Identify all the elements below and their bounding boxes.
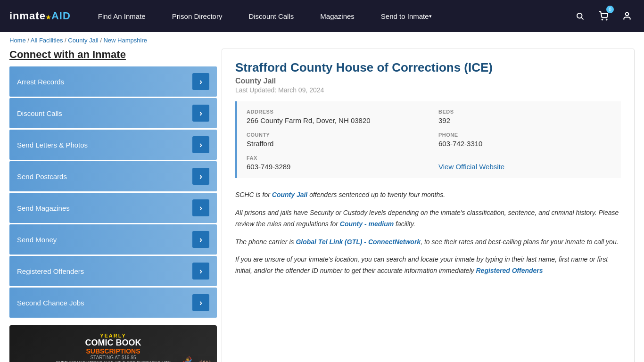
cart-icon[interactable]: 0 bbox=[596, 8, 611, 24]
facility-updated: Last Updated: March 09, 2024 bbox=[235, 86, 621, 94]
facility-info-grid: ADDRESS 266 County Farm Rd, Dover, NH 03… bbox=[235, 101, 621, 178]
logo[interactable]: inmate★AID bbox=[9, 10, 71, 22]
beds-field: BEDS 392 bbox=[438, 109, 611, 124]
facility-description: SCHC is for County Jail offenders senten… bbox=[235, 189, 621, 277]
svg-point-0 bbox=[577, 13, 582, 18]
view-official-website-link[interactable]: View Official Website bbox=[438, 163, 504, 171]
county-value: Strafford bbox=[247, 140, 420, 148]
breadcrumb-county-jail[interactable]: County Jail bbox=[68, 37, 98, 44]
desc-paragraph-2: All prisons and jails have Security or C… bbox=[235, 207, 621, 230]
arrow-icon: › bbox=[192, 136, 209, 153]
breadcrumb-all-facilities[interactable]: All Facilities bbox=[31, 37, 63, 44]
sidebar-item-send-letters[interactable]: Send Letters & Photos › bbox=[9, 130, 217, 160]
county-jail-link[interactable]: County Jail bbox=[272, 191, 307, 198]
logo-text: inmate★AID bbox=[9, 10, 71, 22]
arrow-icon: › bbox=[192, 231, 209, 248]
main-header: inmate★AID Find An Inmate Prison Directo… bbox=[0, 0, 644, 32]
arrow-icon: › bbox=[192, 199, 209, 216]
sidebar-item-arrest-records[interactable]: Arrest Records › bbox=[9, 66, 217, 97]
nav-send-to-inmate[interactable]: Send to Inmate bbox=[368, 0, 445, 32]
svg-point-2 bbox=[602, 19, 603, 20]
sidebar-item-send-magazines[interactable]: Send Magazines › bbox=[9, 193, 217, 223]
sidebar-item-registered-offenders[interactable]: Registered Offenders › bbox=[9, 256, 217, 286]
facility-title: Strafford County House of Corrections (I… bbox=[235, 60, 621, 75]
sidebar: Connect with an Inmate Arrest Records › … bbox=[9, 49, 217, 362]
address-value: 266 County Farm Rd, Dover, NH 03820 bbox=[247, 116, 420, 124]
nav-prison-directory[interactable]: Prison Directory bbox=[159, 0, 236, 32]
desc-paragraph-3: The phone carrier is Global Tel Link (GT… bbox=[235, 237, 621, 248]
svg-point-4 bbox=[626, 13, 629, 16]
header-icons: 0 bbox=[572, 8, 635, 24]
breadcrumb: Home / All Facilities / County Jail / Ne… bbox=[0, 32, 644, 49]
gtl-link[interactable]: Global Tel Link (GTL) - ConnectNetwork bbox=[296, 238, 421, 246]
nav-discount-calls[interactable]: Discount Calls bbox=[235, 0, 307, 32]
registered-offenders-link[interactable]: Registered Offenders bbox=[476, 267, 543, 274]
facility-detail: Strafford County House of Corrections (I… bbox=[222, 49, 635, 362]
sidebar-item-second-chance-jobs[interactable]: Second Chance Jobs › bbox=[9, 288, 217, 318]
fax-value: 603-749-3289 bbox=[247, 163, 420, 171]
svg-line-1 bbox=[581, 17, 583, 19]
county-field: COUNTY Strafford bbox=[247, 132, 420, 148]
svg-point-3 bbox=[606, 19, 607, 20]
nav-find-inmate[interactable]: Find An Inmate bbox=[85, 0, 159, 32]
phone-field: PHONE 603-742-3310 bbox=[438, 132, 611, 148]
arrow-icon: › bbox=[192, 73, 209, 90]
arrow-icon: › bbox=[192, 263, 209, 280]
comic-heroes-image: 🦸‍♂️🦇 bbox=[177, 357, 215, 362]
ad-text: YEARLY COMIC BOOK SUBSCRIPTIONS STARTING… bbox=[56, 333, 171, 362]
desc-paragraph-4: If you are unsure of your inmate's locat… bbox=[235, 254, 621, 277]
sidebar-item-send-postcards[interactable]: Send Postcards › bbox=[9, 161, 217, 191]
sidebar-item-discount-calls[interactable]: Discount Calls › bbox=[9, 98, 217, 128]
facility-type: County Jail bbox=[235, 77, 621, 85]
beds-value: 392 bbox=[438, 116, 611, 124]
nav-magazines[interactable]: Magazines bbox=[307, 0, 368, 32]
desc-paragraph-1: SCHC is for County Jail offenders senten… bbox=[235, 189, 621, 201]
arrow-icon: › bbox=[192, 294, 209, 311]
address-field: ADDRESS 266 County Farm Rd, Dover, NH 03… bbox=[247, 109, 420, 124]
sidebar-menu: Arrest Records › Discount Calls › Send L… bbox=[9, 66, 217, 318]
comic-ad-banner[interactable]: YEARLY COMIC BOOK SUBSCRIPTIONS STARTING… bbox=[9, 325, 217, 362]
user-icon[interactable] bbox=[619, 8, 635, 24]
website-field: View Official Website bbox=[438, 155, 611, 171]
sidebar-title: Connect with an Inmate bbox=[9, 49, 217, 61]
phone-value: 603-742-3310 bbox=[438, 140, 611, 148]
cart-badge: 0 bbox=[606, 6, 614, 13]
sidebar-item-send-money[interactable]: Send Money › bbox=[9, 224, 217, 255]
breadcrumb-new-hampshire[interactable]: New Hampshire bbox=[103, 37, 147, 44]
search-icon[interactable] bbox=[572, 8, 587, 24]
county-medium-link[interactable]: County - medium bbox=[340, 220, 394, 228]
nav-menu: Find An Inmate Prison Directory Discount… bbox=[85, 0, 572, 32]
main-content: Connect with an Inmate Arrest Records › … bbox=[0, 49, 644, 362]
arrow-icon: › bbox=[192, 168, 209, 185]
arrow-icon: › bbox=[192, 105, 209, 122]
fax-field: FAX 603-749-3289 bbox=[247, 155, 420, 171]
breadcrumb-home[interactable]: Home bbox=[9, 37, 26, 44]
